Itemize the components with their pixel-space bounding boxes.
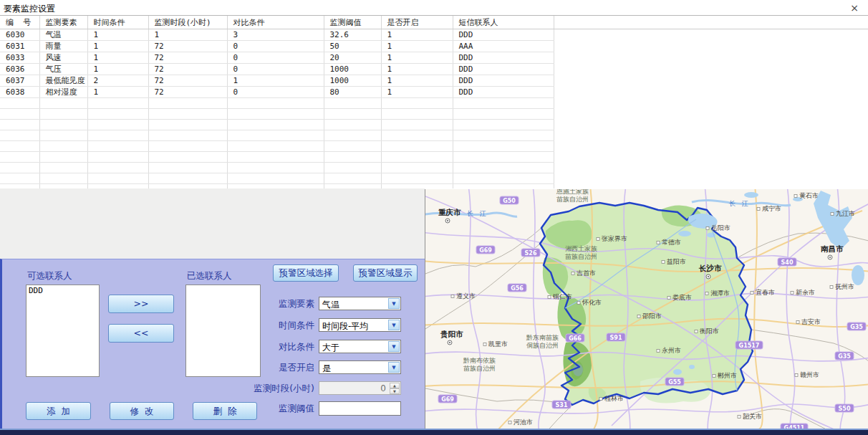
enabled-value: 是 (322, 363, 331, 375)
spin-down-icon[interactable]: ▼ (390, 388, 400, 394)
column-header[interactable]: 对比条件 (227, 16, 324, 29)
svg-text:南昌市: 南昌市 (821, 244, 844, 253)
move-right-button[interactable]: >> (108, 295, 174, 313)
column-header[interactable]: 监测要素 (39, 16, 87, 29)
chevron-down-icon[interactable]: ▼ (388, 320, 400, 330)
warning-area-select-button[interactable]: 预警区域选择 (273, 264, 339, 282)
map-label-district: 黔南布依族苗族自治州 (463, 357, 496, 372)
svg-text:S26: S26 (525, 250, 537, 257)
modify-button[interactable]: 修 改 (110, 402, 174, 420)
table-cell: 0 (227, 52, 324, 64)
chevron-down-icon[interactable]: ▼ (388, 298, 400, 309)
period-label: 监测时段(小时) (254, 383, 314, 395)
svg-text:吉首市: 吉首市 (577, 269, 596, 277)
bottom-bar (0, 429, 868, 435)
table-cell: 2 (87, 75, 148, 87)
road-badge: G66 (566, 334, 584, 342)
map-label-river: 长 江 (467, 210, 488, 217)
move-left-button[interactable]: << (108, 324, 174, 343)
table-cell (381, 130, 453, 141)
column-header[interactable]: 监测阈值 (324, 16, 381, 29)
list-item[interactable]: DDD (29, 286, 97, 295)
map-label-city: 张家界市 (597, 235, 627, 242)
column-header[interactable]: 短信联系人 (453, 16, 554, 29)
compare-condition-dropdown[interactable]: 大于 ▼ (319, 340, 401, 353)
table-cell (324, 130, 381, 141)
table-cell: 气温 (39, 29, 87, 41)
table-cell (381, 109, 453, 120)
svg-text:新余市: 新余市 (796, 289, 815, 296)
table-cell (453, 141, 554, 152)
road-badge: G35 (835, 352, 854, 360)
table-cell (0, 120, 39, 130)
close-icon[interactable]: × (847, 1, 862, 14)
table-cell: 3 (227, 29, 324, 41)
table-cell (381, 173, 453, 184)
chevron-down-icon[interactable]: ▼ (388, 362, 400, 373)
table-row[interactable]: 6036气压172010001DDD (0, 64, 554, 75)
table-cell (148, 163, 227, 173)
table-cell (381, 152, 453, 163)
empty-table-row (0, 173, 554, 184)
table-row[interactable]: 6037最低能见度272110001DDD (0, 75, 554, 87)
table-cell: 72 (148, 64, 227, 75)
table-row[interactable]: 6038相对湿度1720801DDD (0, 87, 554, 98)
table-cell (453, 173, 554, 184)
compare-condition-value: 大于 (322, 342, 339, 354)
map-label-district: 湘西土家族苗族自治州 (565, 245, 597, 260)
element-dropdown[interactable]: 气温 ▼ (319, 297, 401, 310)
column-header[interactable]: 编 号 (0, 16, 39, 29)
period-value: 0 (380, 383, 386, 393)
table-cell (87, 109, 148, 120)
table-cell: 32.6 (324, 29, 381, 41)
svg-text:S91: S91 (610, 335, 622, 341)
empty-gap (0, 188, 425, 259)
map-canvas[interactable]: 重庆市贵阳市长沙市南昌市遵义市铜仁市吉首市张家界市怀化市常德市益阳市岳阳市湘潭市… (425, 189, 868, 435)
table-cell (0, 98, 39, 109)
table-cell: 6031 (0, 41, 39, 52)
table-cell (148, 109, 227, 120)
table-cell: 50 (324, 41, 381, 52)
threshold-input[interactable] (319, 401, 401, 416)
available-contacts-listbox[interactable]: DDD (26, 285, 100, 377)
settings-panel: 可选联系人 DDD 已选联系人 >> << 添 加 修 改 删 除 预警区域选择… (0, 259, 425, 429)
svg-text:凯里市: 凯里市 (488, 340, 508, 348)
selected-contacts-label: 已选联系人 (187, 270, 232, 282)
table-cell (227, 152, 324, 163)
table-cell: 最低能见度 (39, 75, 87, 87)
svg-text:G66: G66 (569, 335, 582, 342)
table-cell: 72 (148, 52, 227, 64)
table-row[interactable]: 6030气温11332.61DDD (0, 29, 554, 41)
time-condition-value: 时间段-平均 (322, 320, 368, 333)
monitor-table: 编 号监测要素时间条件监测时段(小时)对比条件监测阈值是否开启短信联系人 603… (0, 16, 868, 188)
period-spinner[interactable]: 0 ▲ ▼ (319, 381, 401, 395)
table-cell (87, 152, 148, 163)
warning-area-show-button[interactable]: 预警区域显示 (353, 264, 418, 282)
road-badge: G55 (665, 378, 684, 386)
svg-text:黔南布依族: 黔南布依族 (463, 357, 496, 364)
table-cell (39, 163, 87, 173)
table-cell (148, 152, 227, 163)
table-row[interactable]: 6033风速1720201DDD (0, 52, 554, 64)
empty-table-row (0, 163, 554, 173)
column-header[interactable]: 时间条件 (87, 16, 148, 29)
svg-text:G55: G55 (668, 379, 681, 386)
svg-text:G35: G35 (838, 353, 851, 360)
table-cell (0, 173, 39, 184)
svg-text:咸宁市: 咸宁市 (762, 205, 781, 212)
table-cell: 0 (227, 64, 324, 75)
chevron-down-icon[interactable]: ▼ (388, 341, 400, 352)
table-row[interactable]: 6031雨量1720501AAA (0, 41, 554, 52)
time-condition-dropdown[interactable]: 时间段-平均 ▼ (319, 318, 401, 332)
column-header[interactable]: 是否开启 (381, 16, 453, 29)
table-cell: 1 (87, 41, 148, 52)
table-cell: 6038 (0, 87, 39, 98)
column-header[interactable]: 监测时段(小时) (148, 16, 227, 29)
svg-text:赣州市: 赣州市 (800, 371, 819, 378)
svg-text:郴州市: 郴州市 (717, 372, 737, 379)
enabled-dropdown[interactable]: 是 ▼ (319, 360, 401, 374)
table-cell (87, 173, 148, 184)
add-button[interactable]: 添 加 (26, 402, 91, 420)
spin-up-icon[interactable]: ▲ (390, 383, 400, 388)
svg-text:苗族自治州: 苗族自治州 (556, 196, 589, 203)
